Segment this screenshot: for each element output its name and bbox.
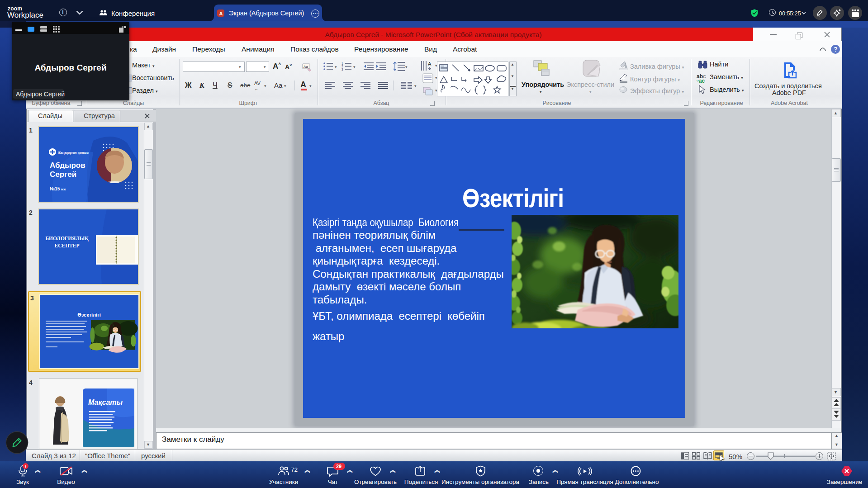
svg-text:3: 3 <box>342 68 343 71</box>
svg-text:БИОЛОГИЯЛЫҚ: БИОЛОГИЯЛЫҚ <box>45 236 89 242</box>
svg-text:ЕСЕПТЕР: ЕСЕПТЕР <box>55 243 80 248</box>
svg-text:Мақсаты: Мақсаты <box>88 398 123 406</box>
svg-text:Абдыров: Абдыров <box>50 161 85 170</box>
svg-text:Сергей: Сергей <box>50 170 76 179</box>
svg-text:Өзектілігі: Өзектілігі <box>77 312 101 317</box>
svg-text:Aа: Aа <box>304 65 308 69</box>
svg-text:Жаңақорған қаласы: Жаңақорған қаласы <box>57 151 89 155</box>
svg-text:A: A <box>428 61 432 66</box>
